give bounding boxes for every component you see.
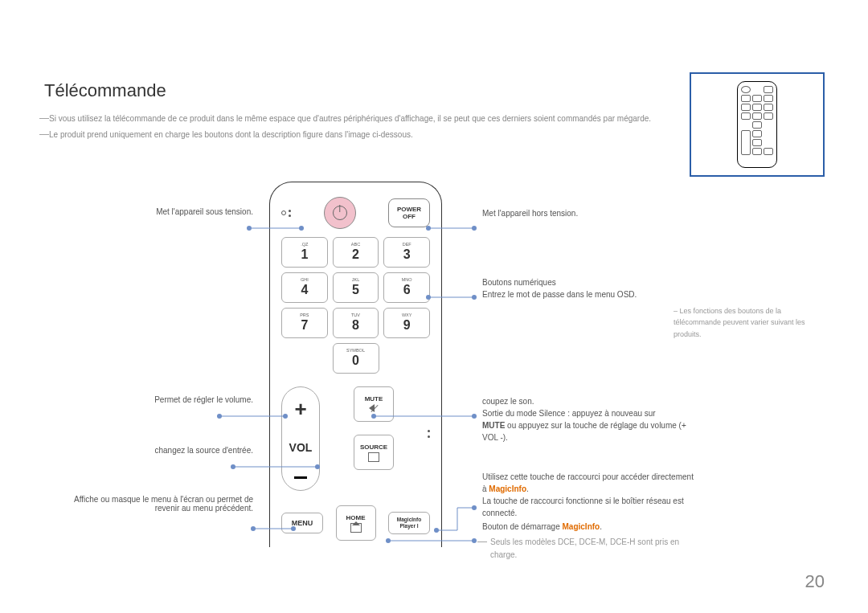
- home-icon: [350, 523, 362, 533]
- power-off-button[interactable]: POWER OFF: [388, 198, 430, 227]
- numeric-keypad: .QZ1 ABC2 DEF3 GHI4 JKL5 MNO6 PRS7 TUV8 …: [281, 237, 430, 338]
- callout-source: changez la source d'entrée.: [154, 446, 253, 455]
- callout-mute: coupez le son. Sortie du mode Silence : …: [482, 395, 699, 443]
- left-callouts: Met l'appareil sous tension. Permet de r…: [44, 182, 269, 547]
- power-icon: [333, 206, 347, 220]
- vol-minus-icon: [294, 476, 307, 479]
- mute-icon: [368, 404, 379, 413]
- source-icon: [368, 452, 379, 462]
- key-2[interactable]: ABC2: [333, 237, 379, 268]
- callout-magicinfo: Utilisez cette touche de raccourci pour …: [482, 471, 699, 519]
- callout-menu: Affiche ou masque le menu à l'écran ou p…: [68, 495, 253, 513]
- callout-power-off: Met l'appareil hors tension.: [482, 207, 578, 219]
- side-note: – Les fonctions des boutons de la téléco…: [674, 305, 825, 340]
- source-button[interactable]: SOURCE: [354, 435, 394, 470]
- remote-diagram: POWER OFF .QZ1 ABC2 DEF3 GHI4 JKL5 MNO6 …: [269, 182, 442, 547]
- home-button[interactable]: HOME: [336, 505, 376, 541]
- key-6[interactable]: MNO6: [383, 272, 430, 303]
- key-0[interactable]: SYMBOL0: [333, 343, 379, 374]
- key-9[interactable]: WXY9: [383, 308, 430, 338]
- menu-button[interactable]: MENU: [281, 513, 323, 533]
- callout-home: Bouton de démarrage MagicInfo. Seuls les…: [482, 521, 699, 565]
- right-callouts: Met l'appareil hors tension. Boutons num…: [450, 182, 828, 547]
- vol-plus-icon: +: [294, 398, 306, 419]
- callout-power-on: Met l'appareil sous tension.: [156, 207, 253, 216]
- power-on-button[interactable]: [324, 197, 356, 229]
- key-1[interactable]: .QZ1: [281, 237, 328, 268]
- callout-numeric: Boutons numériques Entrez le mot de pass…: [482, 276, 637, 300]
- key-5[interactable]: JKL5: [333, 272, 379, 303]
- key-4[interactable]: GHI4: [281, 272, 328, 303]
- mute-button[interactable]: MUTE: [354, 386, 394, 422]
- key-3[interactable]: DEF3: [383, 237, 430, 268]
- ir-led-icon: [281, 210, 286, 215]
- volume-rocker[interactable]: + VOL: [281, 386, 320, 491]
- remote-thumbnail: [690, 72, 825, 177]
- callout-volume: Permet de régler le volume.: [154, 395, 253, 404]
- key-7[interactable]: PRS7: [281, 308, 328, 338]
- key-8[interactable]: TUV8: [333, 308, 379, 338]
- magicinfo-button[interactable]: MagicInfo Player I: [388, 512, 430, 534]
- page-number: 20: [805, 571, 825, 592]
